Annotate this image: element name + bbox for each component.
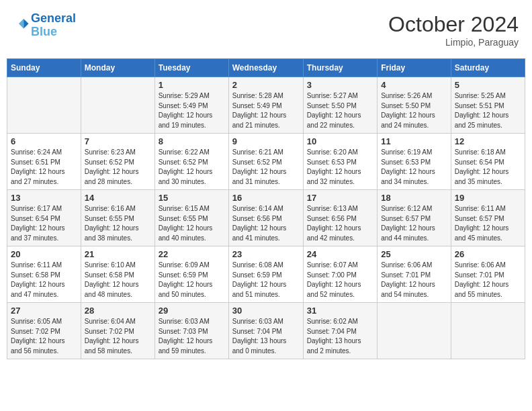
calendar-cell: 13Sunrise: 6:17 AM Sunset: 6:54 PM Dayli…	[7, 190, 81, 246]
day-number: 22	[159, 249, 225, 259]
calendar-cell: 21Sunrise: 6:10 AM Sunset: 6:58 PM Dayli…	[81, 246, 154, 303]
day-of-week-header: Tuesday	[154, 59, 228, 77]
day-info: Sunrise: 5:26 AM Sunset: 5:50 PM Dayligh…	[381, 91, 447, 130]
calendar-cell: 28Sunrise: 6:04 AM Sunset: 7:02 PM Dayli…	[81, 303, 154, 359]
calendar-cell	[81, 77, 154, 134]
day-of-week-header: Friday	[378, 59, 451, 77]
calendar-cell: 30Sunrise: 6:03 AM Sunset: 7:04 PM Dayli…	[228, 303, 303, 359]
day-info: Sunrise: 5:28 AM Sunset: 5:49 PM Dayligh…	[232, 91, 300, 130]
calendar-body: 1Sunrise: 5:29 AM Sunset: 5:49 PM Daylig…	[7, 77, 525, 359]
calendar-cell	[378, 303, 451, 359]
day-info: Sunrise: 6:15 AM Sunset: 6:55 PM Dayligh…	[159, 204, 225, 243]
svg-marker-1	[19, 19, 24, 29]
day-number: 19	[455, 193, 521, 203]
day-number: 25	[381, 249, 447, 259]
day-info: Sunrise: 6:04 AM Sunset: 7:02 PM Dayligh…	[85, 317, 151, 356]
day-number: 30	[232, 306, 300, 316]
day-of-week-header: Thursday	[303, 59, 377, 77]
day-number: 9	[232, 136, 300, 146]
calendar-cell: 9Sunrise: 6:21 AM Sunset: 6:52 PM Daylig…	[228, 134, 303, 190]
day-info: Sunrise: 6:24 AM Sunset: 6:51 PM Dayligh…	[11, 148, 77, 187]
logo: GeneralBlue	[13, 12, 76, 39]
day-info: Sunrise: 5:27 AM Sunset: 5:50 PM Dayligh…	[307, 91, 373, 130]
day-info: Sunrise: 6:17 AM Sunset: 6:54 PM Dayligh…	[11, 204, 77, 243]
calendar-table: SundayMondayTuesdayWednesdayThursdayFrid…	[7, 58, 525, 359]
day-of-week-header: Sunday	[7, 59, 81, 77]
location-subtitle: Limpio, Paraguay	[388, 37, 519, 48]
day-number: 29	[159, 306, 225, 316]
day-number: 8	[159, 136, 225, 146]
calendar-header-row: SundayMondayTuesdayWednesdayThursdayFrid…	[7, 59, 525, 77]
day-info: Sunrise: 6:03 AM Sunset: 7:03 PM Dayligh…	[159, 317, 225, 356]
day-number: 5	[455, 80, 521, 90]
day-info: Sunrise: 6:20 AM Sunset: 6:53 PM Dayligh…	[307, 148, 373, 187]
day-number: 21	[85, 249, 151, 259]
calendar-cell: 5Sunrise: 5:25 AM Sunset: 5:51 PM Daylig…	[451, 77, 525, 134]
day-info: Sunrise: 6:14 AM Sunset: 6:56 PM Dayligh…	[232, 204, 300, 243]
calendar-cell: 6Sunrise: 6:24 AM Sunset: 6:51 PM Daylig…	[7, 134, 81, 190]
calendar-cell: 18Sunrise: 6:12 AM Sunset: 6:57 PM Dayli…	[378, 190, 451, 246]
logo-icon	[15, 17, 30, 32]
page-header: GeneralBlue October 2024 Limpio, Paragua…	[7, 7, 525, 53]
calendar-cell: 7Sunrise: 6:23 AM Sunset: 6:52 PM Daylig…	[81, 134, 154, 190]
calendar-cell: 12Sunrise: 6:18 AM Sunset: 6:54 PM Dayli…	[451, 134, 525, 190]
day-info: Sunrise: 6:21 AM Sunset: 6:52 PM Dayligh…	[232, 148, 300, 187]
calendar-cell: 17Sunrise: 6:13 AM Sunset: 6:56 PM Dayli…	[303, 190, 377, 246]
day-number: 16	[232, 193, 300, 203]
day-number: 15	[159, 193, 225, 203]
day-number: 3	[307, 80, 373, 90]
day-number: 2	[232, 80, 300, 90]
calendar-cell: 19Sunrise: 6:11 AM Sunset: 6:57 PM Dayli…	[451, 190, 525, 246]
calendar-cell: 3Sunrise: 5:27 AM Sunset: 5:50 PM Daylig…	[303, 77, 377, 134]
day-of-week-header: Wednesday	[228, 59, 303, 77]
calendar-week-row: 27Sunrise: 6:05 AM Sunset: 7:02 PM Dayli…	[7, 303, 525, 359]
day-number: 4	[381, 80, 447, 90]
day-info: Sunrise: 6:13 AM Sunset: 6:56 PM Dayligh…	[307, 204, 373, 243]
day-number: 20	[11, 249, 77, 259]
day-number: 26	[455, 249, 521, 259]
calendar-cell: 4Sunrise: 5:26 AM Sunset: 5:50 PM Daylig…	[378, 77, 451, 134]
calendar-cell	[7, 77, 81, 134]
day-info: Sunrise: 6:05 AM Sunset: 7:02 PM Dayligh…	[11, 317, 77, 356]
svg-marker-0	[24, 19, 28, 29]
day-info: Sunrise: 6:18 AM Sunset: 6:54 PM Dayligh…	[455, 148, 521, 187]
calendar-week-row: 6Sunrise: 6:24 AM Sunset: 6:51 PM Daylig…	[7, 134, 525, 190]
calendar-cell: 25Sunrise: 6:06 AM Sunset: 7:01 PM Dayli…	[378, 246, 451, 303]
calendar-week-row: 20Sunrise: 6:11 AM Sunset: 6:58 PM Dayli…	[7, 246, 525, 303]
day-info: Sunrise: 5:25 AM Sunset: 5:51 PM Dayligh…	[455, 91, 521, 130]
calendar-week-row: 1Sunrise: 5:29 AM Sunset: 5:49 PM Daylig…	[7, 77, 525, 134]
calendar-cell: 8Sunrise: 6:22 AM Sunset: 6:52 PM Daylig…	[154, 134, 228, 190]
calendar-cell: 29Sunrise: 6:03 AM Sunset: 7:03 PM Dayli…	[154, 303, 228, 359]
calendar-cell: 14Sunrise: 6:16 AM Sunset: 6:55 PM Dayli…	[81, 190, 154, 246]
day-info: Sunrise: 6:10 AM Sunset: 6:58 PM Dayligh…	[85, 261, 151, 300]
day-number: 14	[85, 193, 151, 203]
day-info: Sunrise: 6:08 AM Sunset: 6:59 PM Dayligh…	[232, 261, 300, 300]
day-info: Sunrise: 5:29 AM Sunset: 5:49 PM Dayligh…	[159, 91, 225, 130]
calendar-cell: 22Sunrise: 6:09 AM Sunset: 6:59 PM Dayli…	[154, 246, 228, 303]
day-number: 17	[307, 193, 373, 203]
calendar-cell: 1Sunrise: 5:29 AM Sunset: 5:49 PM Daylig…	[154, 77, 228, 134]
calendar-cell: 26Sunrise: 6:06 AM Sunset: 7:01 PM Dayli…	[451, 246, 525, 303]
day-info: Sunrise: 6:11 AM Sunset: 6:57 PM Dayligh…	[455, 204, 521, 243]
day-number: 13	[11, 193, 77, 203]
day-number: 1	[159, 80, 225, 90]
calendar-cell: 2Sunrise: 5:28 AM Sunset: 5:49 PM Daylig…	[228, 77, 303, 134]
title-block: October 2024 Limpio, Paraguay	[388, 12, 519, 48]
calendar-cell: 16Sunrise: 6:14 AM Sunset: 6:56 PM Dayli…	[228, 190, 303, 246]
day-info: Sunrise: 6:09 AM Sunset: 6:59 PM Dayligh…	[159, 261, 225, 300]
day-number: 11	[381, 136, 447, 146]
day-number: 18	[381, 193, 447, 203]
day-number: 10	[307, 136, 373, 146]
day-info: Sunrise: 6:02 AM Sunset: 7:04 PM Dayligh…	[307, 317, 373, 356]
day-info: Sunrise: 6:23 AM Sunset: 6:52 PM Dayligh…	[85, 148, 151, 187]
day-number: 23	[232, 249, 300, 259]
month-title: October 2024	[388, 12, 519, 37]
calendar-cell	[451, 303, 525, 359]
day-info: Sunrise: 6:16 AM Sunset: 6:55 PM Dayligh…	[85, 204, 151, 243]
day-number: 31	[307, 306, 373, 316]
calendar-cell: 10Sunrise: 6:20 AM Sunset: 6:53 PM Dayli…	[303, 134, 377, 190]
calendar-cell: 23Sunrise: 6:08 AM Sunset: 6:59 PM Dayli…	[228, 246, 303, 303]
day-number: 27	[11, 306, 77, 316]
logo-text: GeneralBlue	[31, 12, 76, 39]
day-info: Sunrise: 6:07 AM Sunset: 7:00 PM Dayligh…	[307, 261, 373, 300]
